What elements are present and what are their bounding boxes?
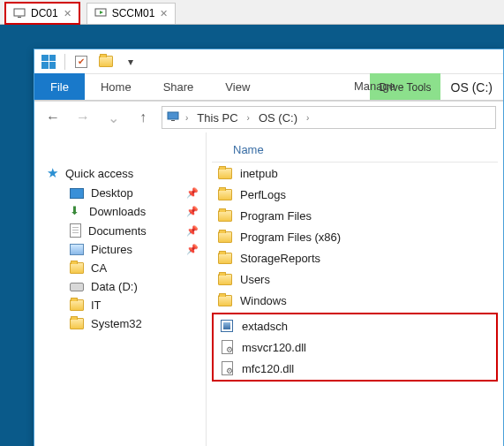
folder-row[interactable]: PerfLogs — [212, 184, 498, 205]
file-row[interactable]: msvcr120.dll — [214, 336, 496, 358]
new-folder-icon[interactable] — [97, 53, 115, 71]
file-list-pane: Name inetpub PerfLogs Program Files Prog… — [207, 132, 503, 446]
nav-label: Documents — [88, 224, 147, 238]
up-button[interactable]: ↑ — [132, 106, 154, 129]
pin-icon: 📌 — [186, 225, 199, 237]
pin-icon: 📌 — [186, 206, 199, 217]
nav-quick-access[interactable]: ★ Quick access — [34, 163, 206, 184]
dll-icon — [222, 361, 233, 375]
close-icon[interactable]: ✕ — [160, 8, 168, 19]
folder-icon — [70, 299, 84, 311]
folder-icon — [218, 189, 232, 200]
chevron-right-icon[interactable]: › — [305, 113, 311, 123]
file-name: Users — [240, 273, 270, 286]
chevron-right-icon[interactable]: › — [184, 113, 190, 123]
pin-icon: 📌 — [186, 187, 199, 199]
breadcrumb-os-c[interactable]: OS (C:) — [255, 111, 301, 125]
file-name: mfc120.dll — [242, 362, 294, 375]
pin-icon: 📌 — [186, 244, 199, 255]
folder-icon — [218, 168, 232, 179]
vm-tab-bar: DC01 ✕ SCCM01 ✕ — [0, 0, 504, 25]
file-name: extadsch — [242, 320, 288, 333]
ribbon-tabs: File Home Share View Drive Tools OS (C:) — [34, 74, 503, 101]
column-header-name[interactable]: Name — [212, 132, 498, 163]
forward-button[interactable]: → — [71, 106, 94, 129]
file-name: Program Files — [240, 209, 312, 223]
nav-label: System32 — [91, 317, 142, 330]
vm-tab-label: DC01 — [31, 7, 58, 19]
svg-rect-3 — [168, 112, 178, 119]
desktop-icon — [70, 188, 84, 199]
highlight-annotation: extadsch msvcr120.dll mfc120.dll — [212, 313, 498, 382]
recent-dropdown-icon[interactable]: ⌄ — [102, 106, 124, 129]
folder-row[interactable]: StorageReports — [212, 247, 498, 268]
nav-item-it[interactable]: IT — [34, 296, 206, 314]
divider — [64, 54, 65, 70]
drive-icon — [70, 283, 84, 291]
chevron-right-icon[interactable]: › — [245, 113, 252, 123]
svg-rect-0 — [14, 9, 25, 16]
folder-icon — [218, 274, 232, 285]
svg-rect-1 — [18, 17, 21, 18]
back-button[interactable]: ← — [41, 106, 64, 129]
monitor-icon — [13, 7, 26, 19]
nav-item-desktop[interactable]: Desktop 📌 — [34, 184, 206, 202]
ribbon-tab-share[interactable]: Share — [147, 73, 210, 100]
properties-checkbox-icon[interactable]: ✔ — [72, 53, 90, 71]
close-icon[interactable]: ✕ — [64, 8, 71, 19]
address-bar[interactable]: › This PC › OS (C:) › — [162, 106, 496, 129]
file-row[interactable]: mfc120.dll — [214, 358, 496, 379]
ribbon-tab-file[interactable]: File — [34, 73, 85, 100]
vm-tab-sccm01[interactable]: SCCM01 ✕ — [87, 3, 177, 24]
file-name: msvcr120.dll — [242, 341, 306, 354]
folder-row[interactable]: Windows — [212, 290, 498, 311]
nav-label: Desktop — [91, 186, 133, 200]
ribbon-tab-manage[interactable]: Manage — [343, 74, 406, 98]
vm-tab-dc01[interactable]: DC01 ✕ — [5, 3, 79, 24]
folder-icon — [218, 295, 232, 306]
downloads-icon — [70, 206, 82, 218]
explorer-app-icon[interactable] — [40, 53, 57, 71]
folder-icon — [70, 318, 84, 329]
nav-item-data-d[interactable]: Data (D:) — [34, 277, 206, 296]
file-name: StorageReports — [240, 252, 320, 265]
file-row[interactable]: extadsch — [214, 315, 496, 336]
folder-row[interactable]: Program Files — [212, 205, 498, 226]
file-name: PerfLogs — [240, 188, 286, 201]
pc-icon — [166, 110, 180, 126]
breadcrumb-this-pc[interactable]: This PC — [193, 111, 241, 125]
folder-icon — [70, 262, 84, 274]
ribbon-tab-view[interactable]: View — [209, 73, 266, 100]
qat-dropdown-icon[interactable]: ▾ — [122, 53, 139, 71]
dll-icon — [222, 340, 233, 354]
folder-row[interactable]: inetpub — [212, 163, 498, 184]
window-title: OS (C:) — [440, 75, 503, 100]
vm-tab-label: SCCM01 — [112, 7, 155, 19]
file-name: inetpub — [240, 167, 278, 180]
nav-label: Data (D:) — [91, 280, 138, 293]
watermark: ©51CTO博客 — [429, 426, 499, 441]
nav-item-system32[interactable]: System32 — [34, 314, 206, 333]
star-icon: ★ — [47, 165, 58, 181]
nav-item-pictures[interactable]: Pictures 📌 — [34, 240, 206, 259]
nav-label: Downloads — [89, 205, 146, 218]
folder-row[interactable]: Program Files (x86) — [212, 226, 498, 247]
file-name: Windows — [240, 294, 287, 307]
nav-item-documents[interactable]: Documents 📌 — [34, 221, 206, 240]
nav-label: Pictures — [91, 243, 132, 256]
pictures-icon — [70, 244, 84, 255]
file-explorer-window: ✔ ▾ File Home Share View Drive Tools OS … — [34, 49, 504, 446]
content-area: ★ Quick access Desktop 📌 Downloads 📌 Doc… — [34, 132, 503, 446]
nav-label: Quick access — [65, 167, 133, 180]
quick-access-toolbar: ✔ ▾ — [34, 49, 503, 74]
file-name: Program Files (x86) — [240, 231, 341, 244]
folder-icon — [218, 210, 232, 222]
folder-icon — [218, 253, 232, 264]
nav-item-ca[interactable]: CA — [34, 259, 206, 277]
nav-label: CA — [91, 261, 107, 275]
folder-row[interactable]: Users — [212, 268, 498, 290]
documents-icon — [70, 223, 81, 238]
ribbon-tab-home[interactable]: Home — [85, 73, 147, 100]
nav-item-downloads[interactable]: Downloads 📌 — [34, 202, 206, 221]
folder-icon — [218, 231, 232, 243]
